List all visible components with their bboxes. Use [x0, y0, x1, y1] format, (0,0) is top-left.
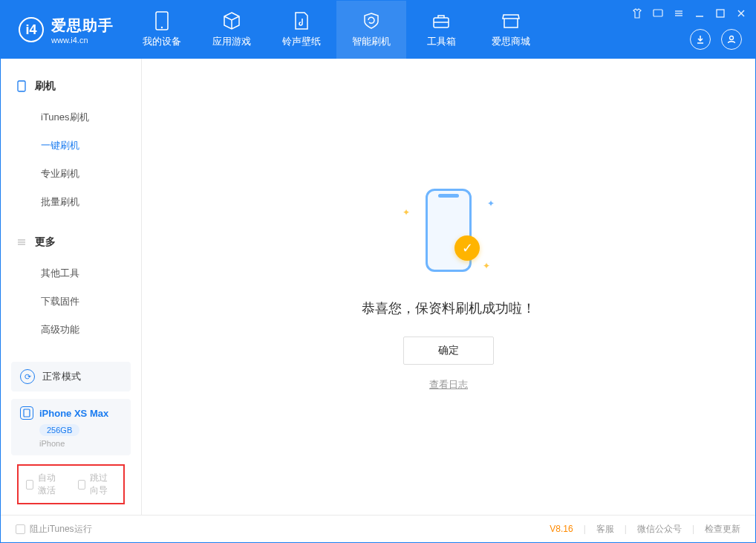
feedback-icon[interactable]	[651, 7, 665, 20]
nav-apps-games[interactable]: 应用游戏	[197, 1, 267, 59]
group-title-label: 刷机	[35, 79, 56, 93]
sidebar-item-other-tools[interactable]: 其他工具	[1, 259, 141, 287]
highlighted-checkbox-row: 自动激活 跳过向导	[17, 464, 125, 504]
separator: |	[584, 524, 586, 534]
app-name-en: www.i4.cn	[51, 36, 114, 45]
download-icon[interactable]	[690, 29, 711, 50]
sidebar-item-pro-flash[interactable]: 专业刷机	[1, 160, 141, 188]
checkbox-block-itunes[interactable]: 阻止iTunes运行	[16, 523, 92, 536]
refresh-shield-icon	[362, 11, 381, 30]
mode-icon: ⟳	[20, 369, 35, 384]
user-icon[interactable]	[721, 29, 742, 50]
sidebar-group-more: 更多	[1, 230, 141, 255]
nav-label: 爱思商城	[492, 35, 530, 48]
menu-icon[interactable]	[672, 7, 685, 20]
window-controls	[630, 7, 748, 20]
version-label: V8.16	[550, 524, 573, 534]
cube-icon	[222, 11, 241, 30]
toolbox-icon	[431, 11, 451, 30]
mode-label: 正常模式	[42, 370, 81, 383]
sidebar-group-flash: 刷机	[1, 74, 141, 99]
nav-ringtone-wallpaper[interactable]: 铃声壁纸	[267, 1, 336, 59]
list-icon	[16, 236, 27, 248]
sidebar-item-oneclick-flash[interactable]: 一键刷机	[1, 131, 141, 160]
checkbox-box	[16, 524, 25, 534]
sidebar-item-batch-flash[interactable]: 批量刷机	[1, 188, 141, 216]
app-logo: i4 爱思助手 www.i4.cn	[1, 1, 127, 59]
svg-point-1	[161, 27, 163, 28]
checkmark-badge-icon: ✓	[454, 235, 480, 261]
group-title-label: 更多	[35, 235, 56, 249]
nav-store[interactable]: 爱思商城	[476, 1, 546, 59]
close-button[interactable]	[734, 7, 748, 20]
svg-rect-17	[24, 409, 30, 417]
success-illustration: ✦✦✦ ✓	[397, 182, 501, 279]
checkbox-label: 跳过向导	[90, 472, 116, 497]
minimize-button[interactable]	[693, 7, 706, 20]
footer-link-update[interactable]: 检查更新	[705, 523, 740, 536]
svg-point-12	[730, 36, 734, 40]
nav-my-device[interactable]: 我的设备	[127, 1, 197, 59]
checkbox-auto-activate[interactable]: 自动激活	[26, 472, 65, 497]
main-content: ✦✦✦ ✓ 恭喜您，保资料刷机成功啦！ 确定 查看日志	[142, 59, 755, 515]
nav-label: 智能刷机	[352, 35, 391, 48]
store-icon	[501, 11, 521, 30]
app-header: i4 爱思助手 www.i4.cn 我的设备 应用游戏 铃声壁纸 智能刷机 工具…	[1, 1, 755, 59]
footer-link-wechat[interactable]: 微信公众号	[637, 523, 682, 536]
checkbox-skip-guide[interactable]: 跳过向导	[78, 472, 117, 497]
checkbox-box	[26, 480, 33, 490]
sidebar: 刷机 iTunes刷机 一键刷机 专业刷机 批量刷机 更多 其他工具 下载固件 …	[1, 59, 142, 515]
main-nav: 我的设备 应用游戏 铃声壁纸 智能刷机 工具箱 爱思商城	[127, 1, 546, 59]
nav-label: 铃声壁纸	[282, 35, 321, 48]
sidebar-item-download-firmware[interactable]: 下载固件	[1, 287, 141, 316]
device-card[interactable]: iPhone XS Max 256GB iPhone	[11, 399, 131, 455]
maximize-button[interactable]	[714, 7, 727, 20]
success-message: 恭喜您，保资料刷机成功啦！	[362, 299, 535, 317]
nav-label: 我的设备	[143, 35, 181, 48]
device-icon	[16, 80, 27, 92]
sidebar-item-itunes-flash[interactable]: iTunes刷机	[1, 103, 141, 131]
status-bar: 阻止iTunes运行 V8.16 | 客服 | 微信公众号 | 检查更新	[1, 515, 755, 542]
svg-rect-13	[18, 81, 25, 91]
app-name-cn: 爱思助手	[51, 16, 114, 36]
svg-rect-9	[717, 10, 724, 17]
checkbox-box	[78, 480, 85, 490]
device-name: iPhone XS Max	[39, 408, 108, 419]
logo-icon: i4	[19, 17, 44, 42]
shirt-icon[interactable]	[630, 7, 644, 20]
storage-badge: 256GB	[39, 424, 79, 436]
nav-label: 工具箱	[427, 35, 456, 48]
nav-toolbox[interactable]: 工具箱	[406, 1, 476, 59]
mode-card[interactable]: ⟳ 正常模式	[11, 362, 131, 391]
svg-rect-4	[654, 10, 662, 16]
nav-smart-flash[interactable]: 智能刷机	[336, 1, 406, 59]
device-type: iPhone	[39, 439, 122, 448]
music-file-icon	[292, 11, 311, 30]
footer-link-support[interactable]: 客服	[596, 523, 614, 536]
ok-button[interactable]: 确定	[403, 336, 494, 365]
view-log-link[interactable]: 查看日志	[429, 378, 468, 391]
device-phone-icon	[20, 406, 33, 420]
sidebar-item-advanced[interactable]: 高级功能	[1, 316, 141, 344]
header-action-icons	[690, 29, 742, 50]
nav-label: 应用游戏	[212, 35, 251, 48]
checkbox-label: 阻止iTunes运行	[30, 523, 92, 536]
checkbox-label: 自动激活	[38, 472, 64, 497]
phone-icon	[152, 11, 172, 30]
separator: |	[625, 524, 627, 534]
separator: |	[692, 524, 694, 534]
